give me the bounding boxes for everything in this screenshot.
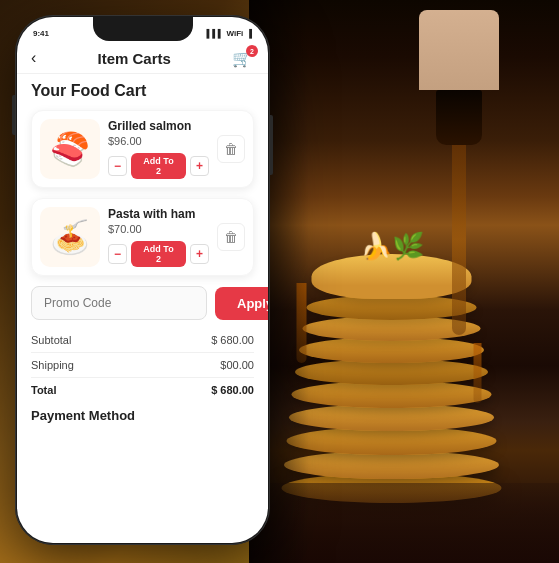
- total-label: Total: [31, 384, 56, 396]
- item-1-plus-btn[interactable]: +: [190, 156, 209, 176]
- item-2-details: Pasta with ham $70.00 − Add To 2 +: [108, 207, 209, 267]
- hand-skin: [419, 10, 499, 90]
- content-area: Your Food Cart 🍣 Grilled salmon $96.00 −…: [17, 74, 268, 520]
- wifi-icon: WiFi: [227, 29, 244, 38]
- item-1-image: 🍣: [40, 119, 100, 179]
- pouring-cup: [436, 90, 482, 145]
- item-2-add-to-btn[interactable]: Add To 2: [131, 241, 186, 267]
- pancake-layer-2: [284, 451, 499, 479]
- promo-input[interactable]: [31, 286, 207, 320]
- shipping-value: $00.00: [220, 359, 254, 371]
- phone-screen: 9:41 ▌▌▌ WiFi ▐ ‹ Item Carts 🛒 2 Your Fo…: [17, 17, 268, 543]
- pancake-topping: 🍌🌿: [360, 233, 424, 259]
- item-1-minus-btn[interactable]: −: [108, 156, 127, 176]
- item-2-controls: − Add To 2 +: [108, 241, 209, 267]
- item-1-emoji: 🍣: [50, 130, 90, 168]
- item-1-price: $96.00: [108, 135, 209, 147]
- hand-area: [419, 10, 499, 145]
- item-1-delete-btn[interactable]: 🗑: [217, 135, 245, 163]
- page-title: Your Food Cart: [31, 82, 254, 100]
- item-2-minus-btn[interactable]: −: [108, 244, 127, 264]
- cart-item-2: 🍝 Pasta with ham $70.00 − Add To 2 + 🗑: [31, 198, 254, 276]
- phone-frame: 9:41 ▌▌▌ WiFi ▐ ‹ Item Carts 🛒 2 Your Fo…: [15, 15, 270, 545]
- subtotal-label: Subtotal: [31, 334, 71, 346]
- cart-badge: 2: [246, 45, 258, 57]
- total-value: $ 680.00: [211, 384, 254, 396]
- signal-icon: ▌▌▌: [207, 29, 224, 38]
- apply-button[interactable]: Apply: [215, 287, 268, 320]
- cart-item-1: 🍣 Grilled salmon $96.00 − Add To 2 + 🗑: [31, 110, 254, 188]
- shipping-label: Shipping: [31, 359, 74, 371]
- food-photo-area: 🍌🌿: [249, 0, 559, 563]
- app-header: ‹ Item Carts 🛒 2: [17, 45, 268, 74]
- battery-icon: ▐: [246, 29, 252, 38]
- phone-wrapper: 9:41 ▌▌▌ WiFi ▐ ‹ Item Carts 🛒 2 Your Fo…: [15, 15, 270, 545]
- pancake-layer-3: [287, 427, 497, 455]
- header-title: Item Carts: [97, 50, 170, 67]
- subtotal-row: Subtotal $ 680.00: [31, 330, 254, 350]
- pancake-layer-5: [292, 381, 492, 408]
- pancake-layer-4: [289, 404, 494, 431]
- item-2-plus-btn[interactable]: +: [190, 244, 209, 264]
- promo-row: Apply: [31, 286, 254, 320]
- item-2-name: Pasta with ham: [108, 207, 209, 221]
- shipping-row: Shipping $00.00: [31, 355, 254, 375]
- item-2-delete-btn[interactable]: 🗑: [217, 223, 245, 251]
- syrup-stream: [452, 145, 466, 335]
- payment-method-title: Payment Method: [31, 408, 254, 423]
- item-1-name: Grilled salmon: [108, 119, 209, 133]
- back-button[interactable]: ‹: [31, 49, 36, 67]
- delete-icon-1: 🗑: [224, 141, 238, 157]
- phone-notch: [93, 17, 193, 41]
- divider-1: [31, 352, 254, 353]
- item-2-image: 🍝: [40, 207, 100, 267]
- item-2-emoji: 🍝: [50, 218, 90, 256]
- time-display: 9:41: [33, 29, 49, 38]
- subtotal-value: $ 680.00: [211, 334, 254, 346]
- delete-icon-2: 🗑: [224, 229, 238, 245]
- item-1-add-to-btn[interactable]: Add To 2: [131, 153, 186, 179]
- syrup-drip-right: [474, 343, 482, 403]
- cart-icon-button[interactable]: 🛒 2: [232, 49, 254, 67]
- item-2-price: $70.00: [108, 223, 209, 235]
- divider-2: [31, 377, 254, 378]
- status-icons: ▌▌▌ WiFi ▐: [207, 29, 253, 38]
- order-summary: Subtotal $ 680.00 Shipping $00.00 Total …: [31, 330, 254, 400]
- item-1-controls: − Add To 2 +: [108, 153, 209, 179]
- total-row: Total $ 680.00: [31, 380, 254, 400]
- item-1-details: Grilled salmon $96.00 − Add To 2 +: [108, 119, 209, 179]
